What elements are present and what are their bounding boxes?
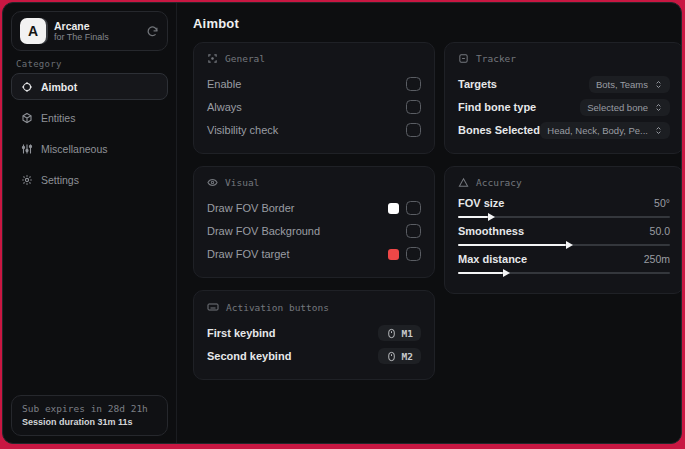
visual-card-header: Visual [207, 177, 421, 188]
first-keybind-button[interactable]: M1 [378, 325, 421, 341]
max-distance-slider[interactable] [458, 272, 670, 274]
accuracy-card: Accuracy FOV size 50° Smoothness [444, 166, 682, 294]
enable-checkbox[interactable] [406, 77, 421, 91]
setting-row-draw-fov-background: Draw FOV Background [207, 220, 421, 242]
sliders-icon [21, 143, 33, 155]
activation-card: Activation buttons First keybind M1 [193, 290, 435, 380]
setting-label: First keybind [207, 327, 275, 339]
sidebar-item-settings[interactable]: Settings [11, 166, 168, 193]
fov-size-slider-block: FOV size 50° [458, 197, 670, 218]
slider-fill[interactable] [458, 216, 488, 218]
slider-value: 50.0 [650, 225, 670, 237]
setting-row-visibility-check: Visibility check [207, 119, 421, 141]
grid-dots-icon [207, 53, 218, 64]
setting-row-draw-fov-border: Draw FOV Border [207, 197, 421, 219]
keybind-value: M2 [402, 351, 413, 362]
max-distance-slider-block: Max distance 250m [458, 253, 670, 274]
gear-icon [21, 174, 33, 186]
section-title: General [225, 53, 265, 64]
setting-label: Visibility check [207, 124, 278, 136]
slider-value: 250m [644, 253, 670, 265]
fov-border-color-swatch[interactable] [388, 203, 399, 214]
sidebar-item-aimbot[interactable]: Aimbot [11, 73, 168, 100]
fov-target-color-swatch[interactable] [388, 249, 399, 260]
slider-label: FOV size [458, 197, 504, 209]
fov-size-slider[interactable] [458, 216, 670, 218]
chevron-up-down-icon [654, 102, 663, 113]
setting-label: Enable [207, 78, 241, 90]
setting-row-targets: Targets Bots, Teams [458, 73, 670, 95]
content: General Enable Always Visibility check [177, 40, 682, 380]
always-checkbox[interactable] [406, 100, 421, 114]
keybind-value: M1 [402, 328, 413, 339]
chevron-up-down-icon [654, 125, 663, 136]
row-controls [388, 247, 421, 261]
slider-row: Smoothness 50.0 [458, 225, 670, 237]
general-card-header: General [207, 53, 421, 64]
setting-label: Find bone type [458, 101, 536, 113]
second-keybind-button[interactable]: M2 [378, 348, 421, 364]
slider-fill[interactable] [458, 272, 503, 274]
session-duration-text: Session duration 31m 11s [22, 417, 157, 427]
sidebar-item-entities[interactable]: Entities [11, 104, 168, 131]
section-title: Accuracy [476, 177, 522, 188]
visual-card: Visual Draw FOV Border Draw FOV Backgrou… [193, 166, 435, 278]
smoothness-slider[interactable] [458, 244, 670, 246]
targets-dropdown[interactable]: Bots, Teams [589, 76, 670, 93]
page-title: Aimbot [193, 16, 682, 31]
dropdown-value: Bots, Teams [596, 79, 648, 90]
category-label: Category [16, 59, 176, 69]
draw-fov-background-checkbox[interactable] [406, 224, 421, 238]
triangle-icon [458, 177, 469, 188]
setting-label: Draw FOV target [207, 248, 290, 260]
app-card: A Arcane for The Finals [11, 11, 168, 51]
setting-label: Draw FOV Background [207, 225, 320, 237]
slider-row: Max distance 250m [458, 253, 670, 265]
sub-expires-text: Sub expires in 28d 21h [22, 403, 157, 414]
mouse-icon [386, 351, 397, 362]
sidebar-nav: Aimbot Entities [3, 73, 176, 195]
setting-row-enable: Enable [207, 73, 421, 95]
slider-label: Max distance [458, 253, 527, 265]
sidebar-item-label: Miscellaneous [41, 143, 108, 155]
slider-value: 50° [654, 197, 670, 209]
sidebar-item-miscellaneous[interactable]: Miscellaneous [11, 135, 168, 162]
section-title: Visual [225, 177, 259, 188]
draw-fov-target-checkbox[interactable] [406, 247, 421, 261]
dropdown-value: Selected bone [587, 102, 648, 113]
box-minus-icon [458, 53, 469, 64]
find-bone-type-dropdown[interactable]: Selected bone [580, 99, 670, 116]
slider-fill[interactable] [458, 244, 566, 246]
app-subtitle: for The Finals [54, 32, 138, 42]
setting-row-always: Always [207, 96, 421, 118]
tracker-card-header: Tracker [458, 53, 670, 64]
dropdown-value: Head, Neck, Body, Pe... [547, 125, 648, 136]
tracker-card: Tracker Targets Bots, Teams [444, 42, 682, 154]
setting-row-draw-fov-target: Draw FOV target [207, 243, 421, 265]
column-left: General Enable Always Visibility check [193, 42, 435, 380]
row-controls [406, 224, 421, 238]
draw-fov-border-checkbox[interactable] [406, 201, 421, 215]
app-meta: Arcane for The Finals [54, 20, 138, 42]
smoothness-slider-block: Smoothness 50.0 [458, 225, 670, 246]
sidebar: A Arcane for The Finals Category Aimbot [3, 3, 177, 443]
app-window: A Arcane for The Finals Category Aimbot [2, 2, 682, 444]
main-header: Aimbot [177, 3, 682, 40]
slider-row: FOV size 50° [458, 197, 670, 209]
setting-label: Second keybind [207, 350, 291, 362]
bones-selected-dropdown[interactable]: Head, Neck, Body, Pe... [540, 122, 670, 139]
column-right: Tracker Targets Bots, Teams [444, 42, 682, 380]
setting-row-bones-selected: Bones Selected Head, Neck, Body, Pe... [458, 119, 670, 141]
row-controls [388, 201, 421, 215]
refresh-icon[interactable] [146, 25, 159, 38]
mouse-icon [386, 328, 397, 339]
general-card: General Enable Always Visibility check [193, 42, 435, 154]
section-title: Activation buttons [226, 302, 329, 313]
activation-card-header: Activation buttons [207, 301, 421, 313]
sidebar-item-label: Entities [41, 112, 75, 124]
setting-label: Always [207, 101, 242, 113]
chevron-up-down-icon [654, 79, 663, 90]
main-area: Aimbot General Enable [177, 3, 682, 443]
setting-row-second-keybind: Second keybind M2 [207, 345, 421, 367]
visibility-check-checkbox[interactable] [406, 123, 421, 137]
